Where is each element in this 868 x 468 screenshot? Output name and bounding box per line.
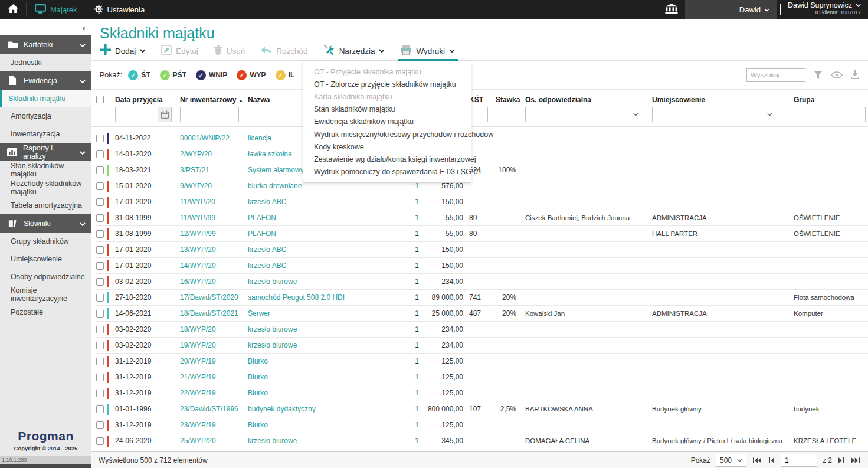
filter-loc-select[interactable] (652, 107, 777, 122)
type-badge[interactable]: IL (276, 70, 295, 80)
download-icon[interactable] (850, 70, 860, 80)
sidebar-collapse-button[interactable]: ‹ (83, 23, 86, 32)
cell-name[interactable]: PLAFON (248, 214, 384, 222)
cell-name[interactable]: krzesło biurowe (248, 437, 384, 445)
filter-inv-input[interactable] (180, 107, 239, 122)
table-row[interactable]: 15-01-2020 9/WYP/20 biurko drewniane 1 5… (96, 178, 868, 194)
sidebar-item[interactable]: Osoby odpowiedzialne (0, 268, 91, 286)
table-row[interactable]: 18-03-2021 3/PST/21 System alarmowy 1 2 … (96, 162, 868, 178)
table-row[interactable]: 31-12-2019 22/WYP/19 Biurko 1 125,00 (96, 385, 868, 401)
row-checkbox[interactable] (96, 182, 104, 190)
user-menu[interactable]: Dawid Suprynowicz ID klienta: 1087017 (784, 0, 868, 19)
cell-inventory-number[interactable]: 14/WYP/20 (180, 261, 248, 270)
row-checkbox[interactable] (96, 198, 104, 206)
row-checkbox[interactable] (96, 230, 104, 238)
table-row[interactable]: 17-01-2020 14/WYP/20 krzesło ABC 1 150,0… (96, 258, 868, 274)
sidebar-item[interactable]: Komisje inwentaryzacyjne (0, 286, 91, 303)
wydruki-menu-item[interactable]: Ewidencja składników majątku (303, 116, 471, 128)
sidebar-item[interactable]: Jednostki (0, 54, 91, 71)
filter-date-input[interactable] (115, 107, 158, 122)
table-row[interactable]: 14-06-2021 18/Dawid/ST/2021 Serwer 1 25 … (96, 306, 868, 322)
cell-inventory-number[interactable]: 3/PST/21 (180, 166, 248, 174)
row-checkbox[interactable] (96, 150, 104, 158)
row-checkbox[interactable] (96, 262, 104, 270)
sidebar-item[interactable]: Raporty i analizy (0, 143, 91, 161)
cell-inventory-number[interactable]: 16/WYP/20 (180, 277, 248, 286)
filter-funnel-icon[interactable] (813, 70, 823, 80)
row-checkbox[interactable] (96, 405, 104, 413)
cell-name[interactable]: Serwer (248, 309, 384, 318)
column-header-grupa[interactable]: Grupa (794, 96, 868, 104)
context-dropdown[interactable]: Dawid (685, 0, 777, 19)
cell-inventory-number[interactable]: 18/WYP/20 (180, 325, 248, 333)
select-all-checkbox[interactable] (96, 96, 104, 103)
cell-name[interactable]: Biurko (248, 389, 384, 397)
eye-icon[interactable] (831, 71, 843, 78)
sidebar-item[interactable]: Ewidencja (0, 71, 91, 90)
sidebar-item[interactable]: Rozchody składników majątku (0, 179, 91, 197)
cell-name[interactable]: biurko drewniane (248, 182, 384, 190)
cell-inventory-number[interactable]: 21/WYP/19 (180, 373, 248, 381)
search-input[interactable] (746, 68, 805, 82)
nav-ustawienia[interactable]: Ustawienia (86, 0, 153, 19)
row-checkbox[interactable] (96, 421, 104, 429)
cell-inventory-number[interactable]: 23/WYP/19 (180, 421, 248, 429)
type-badge[interactable]: WYP (237, 70, 266, 80)
table-row[interactable]: 31-12-2019 21/WYP/19 Biurko 1 125,00 (96, 369, 868, 385)
column-header-person[interactable]: Os. odpowiedzialna (516, 96, 652, 104)
cell-inventory-number[interactable]: 13/WYP/20 (180, 246, 248, 254)
row-checkbox[interactable] (96, 166, 104, 174)
sidebar-item[interactable]: Umiejscowienie (0, 250, 91, 268)
cell-inventory-number[interactable]: 12/WYP/99 (180, 230, 248, 238)
sidebar-item[interactable]: Tabela amortyzacyjna (0, 197, 91, 214)
cell-inventory-number[interactable]: 11/WYP/20 (180, 198, 248, 206)
cell-name[interactable]: budynek dydaktyczny (248, 405, 384, 413)
table-row[interactable]: 31-12-2019 23/WYP/19 Biurko 1 125,00 (96, 417, 868, 433)
filter-person-select[interactable] (525, 107, 643, 122)
cell-inventory-number[interactable]: 18/Dawid/ST/2021 (180, 309, 248, 318)
table-row[interactable]: 27-10-2020 17/Dawid/ST/2020 samochód Peu… (96, 290, 868, 306)
row-checkbox[interactable] (96, 358, 104, 365)
row-checkbox[interactable] (96, 278, 104, 286)
cell-name[interactable]: krzesło biurowe (248, 277, 384, 286)
cell-name[interactable]: krzesło ABC (248, 261, 384, 270)
table-row[interactable]: 24-06-2020 25/WYP/20 krzesło biurowe 1 3… (96, 433, 868, 449)
row-checkbox[interactable] (96, 342, 104, 349)
table-row[interactable]: 31-08-1999 11/WYP/99 PLAFON 1 55,00 80 C… (96, 210, 868, 226)
first-page-button[interactable] (752, 457, 762, 463)
cell-inventory-number[interactable]: 22/WYP/19 (180, 389, 248, 397)
wydruki-menu-item[interactable]: OT - Zbiorcze przyjęcie składników mająt… (303, 78, 471, 90)
table-row[interactable]: 31-12-2019 20/WYP/19 Biurko 1 125,00 (96, 354, 868, 369)
sidebar-item[interactable]: Pozostałe (0, 303, 91, 321)
wydruki-menu-item[interactable]: Stan składników majątku (303, 103, 471, 116)
column-header-stawka[interactable]: Stawka (496, 96, 516, 104)
table-row[interactable]: 17-01-2020 11/WYP/20 krzesło ABC 1 150,0… (96, 194, 868, 210)
home-button[interactable] (0, 0, 26, 19)
filter-grupa-input[interactable] (794, 107, 866, 122)
wydruki-menu-item[interactable]: Kody kreskowe (303, 140, 471, 153)
row-checkbox[interactable] (96, 374, 104, 381)
nav-majatek[interactable]: Majątek (27, 0, 86, 19)
cell-name[interactable]: Biurko (248, 357, 384, 365)
filter-stawka-input[interactable] (493, 107, 516, 122)
cell-inventory-number[interactable]: 17/Dawid/ST/2020 (180, 293, 248, 302)
cell-inventory-number[interactable]: 19/WYP/20 (180, 341, 248, 349)
column-header-loc[interactable]: Umiejscowienie (652, 96, 794, 104)
column-header-date[interactable]: Data przyjęcia (115, 96, 180, 104)
table-row[interactable]: 03-02-2020 16/WYP/20 krzesło biurowe 1 2… (96, 274, 868, 290)
row-checkbox[interactable] (96, 214, 104, 222)
table-row[interactable]: 31-08-1999 12/WYP/99 PLAFON 1 55,00 80 H… (96, 226, 868, 242)
add-button[interactable]: Dodaj (100, 41, 146, 60)
column-header-inv[interactable]: Nr inwentarzowy▲ (180, 96, 248, 104)
last-page-button[interactable] (850, 457, 861, 463)
cell-name[interactable]: krzesło biurowe (248, 341, 384, 349)
prev-page-button[interactable] (768, 457, 775, 463)
row-checkbox[interactable] (96, 294, 104, 302)
cell-name[interactable]: samochód Peugot 508 2.0 HDI (248, 293, 384, 302)
table-row[interactable]: 03-02-2020 18/WYP/20 krzesło biurowe 1 2… (96, 322, 868, 338)
wydruki-menu-item[interactable]: OT - Przyjęcie składnika majątku (303, 66, 471, 78)
sidebar-item[interactable]: Amortyzacja (0, 107, 91, 125)
tools-button[interactable]: Narzędzia (323, 41, 385, 60)
sidebar-item[interactable]: Słowniki (0, 214, 91, 233)
sidebar-item[interactable]: Inwentaryzacja (0, 125, 91, 143)
